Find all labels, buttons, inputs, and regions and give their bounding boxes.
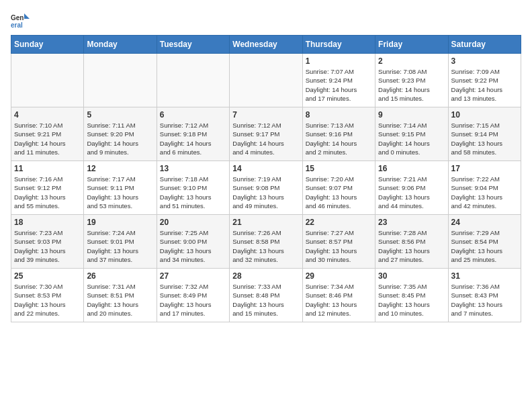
calendar-cell: 25Sunrise: 7:30 AM Sunset: 8:53 PM Dayli… [11,269,84,322]
day-info: Sunrise: 7:14 AM Sunset: 9:15 PM Dayligh… [378,121,445,156]
svg-text:eral: eral [11,21,23,29]
calendar-cell: 28Sunrise: 7:33 AM Sunset: 8:48 PM Dayli… [230,269,302,322]
day-info: Sunrise: 7:25 AM Sunset: 9:00 PM Dayligh… [160,228,226,264]
day-number: 12 [87,164,153,173]
calendar-cell: 26Sunrise: 7:31 AM Sunset: 8:51 PM Dayli… [84,269,157,322]
calendar-table: SundayMondayTuesdayWednesdayThursdayFrid… [11,35,521,322]
day-info: Sunrise: 7:29 AM Sunset: 8:54 PM Dayligh… [451,228,518,264]
day-info: Sunrise: 7:34 AM Sunset: 8:46 PM Dayligh… [306,282,372,318]
weekday-header-friday: Friday [375,36,448,54]
day-info: Sunrise: 7:36 AM Sunset: 8:43 PM Dayligh… [451,282,518,318]
day-info: Sunrise: 7:28 AM Sunset: 8:56 PM Dayligh… [378,228,445,264]
calendar-cell: 31Sunrise: 7:36 AM Sunset: 8:43 PM Dayli… [448,269,521,322]
calendar-cell: 24Sunrise: 7:29 AM Sunset: 8:54 PM Dayli… [448,215,521,269]
weekday-header-wednesday: Wednesday [230,36,302,54]
weekday-header-row: SundayMondayTuesdayWednesdayThursdayFrid… [11,36,521,54]
day-number: 9 [378,110,445,120]
day-info: Sunrise: 7:11 AM Sunset: 9:20 PM Dayligh… [87,121,153,156]
calendar-cell: 12Sunrise: 7:17 AM Sunset: 9:11 PM Dayli… [84,161,157,215]
weekday-header-saturday: Saturday [448,36,521,54]
day-info: Sunrise: 7:07 AM Sunset: 9:24 PM Dayligh… [306,67,372,103]
day-number: 1 [306,56,372,66]
day-info: Sunrise: 7:17 AM Sunset: 9:11 PM Dayligh… [87,175,153,210]
day-number: 30 [378,271,445,281]
day-number: 23 [378,218,445,227]
calendar-week-2: 4Sunrise: 7:10 AM Sunset: 9:21 PM Daylig… [11,107,521,161]
day-number: 31 [451,271,518,281]
calendar-body: 1Sunrise: 7:07 AM Sunset: 9:24 PM Daylig… [11,54,521,322]
calendar-cell [230,54,302,107]
logo: Gen eral [11,11,32,30]
day-info: Sunrise: 7:18 AM Sunset: 9:10 PM Dayligh… [160,175,226,210]
day-info: Sunrise: 7:33 AM Sunset: 8:48 PM Dayligh… [232,282,299,318]
calendar-cell: 8Sunrise: 7:13 AM Sunset: 9:16 PM Daylig… [302,107,375,161]
weekday-header-monday: Monday [84,36,157,54]
day-info: Sunrise: 7:27 AM Sunset: 8:57 PM Dayligh… [306,228,372,264]
day-info: Sunrise: 7:08 AM Sunset: 9:23 PM Dayligh… [378,67,445,103]
day-info: Sunrise: 7:12 AM Sunset: 9:18 PM Dayligh… [160,121,226,156]
day-number: 25 [14,271,81,281]
day-number: 20 [160,218,226,227]
day-number: 29 [306,271,372,281]
day-number: 8 [306,110,372,120]
calendar-cell: 30Sunrise: 7:35 AM Sunset: 8:45 PM Dayli… [375,269,448,322]
calendar-cell: 21Sunrise: 7:26 AM Sunset: 8:58 PM Dayli… [230,215,302,269]
day-info: Sunrise: 7:22 AM Sunset: 9:04 PM Dayligh… [451,175,518,210]
day-info: Sunrise: 7:31 AM Sunset: 8:51 PM Dayligh… [87,282,153,318]
calendar-cell [84,54,157,107]
day-number: 18 [14,218,81,227]
day-info: Sunrise: 7:10 AM Sunset: 9:21 PM Dayligh… [14,121,81,156]
day-info: Sunrise: 7:21 AM Sunset: 9:06 PM Dayligh… [378,175,445,210]
calendar-cell: 22Sunrise: 7:27 AM Sunset: 8:57 PM Dayli… [302,215,375,269]
day-info: Sunrise: 7:13 AM Sunset: 9:16 PM Dayligh… [306,121,372,156]
calendar-cell: 9Sunrise: 7:14 AM Sunset: 9:15 PM Daylig… [375,107,448,161]
weekday-header-sunday: Sunday [11,36,84,54]
day-number: 27 [160,271,226,281]
day-number: 11 [14,164,81,173]
calendar-cell: 17Sunrise: 7:22 AM Sunset: 9:04 PM Dayli… [448,161,521,215]
calendar-cell: 6Sunrise: 7:12 AM Sunset: 9:18 PM Daylig… [157,107,229,161]
day-number: 28 [232,271,299,281]
day-number: 13 [160,164,226,173]
day-number: 2 [378,56,445,66]
calendar-week-5: 25Sunrise: 7:30 AM Sunset: 8:53 PM Dayli… [11,269,521,322]
day-info: Sunrise: 7:19 AM Sunset: 9:08 PM Dayligh… [232,175,299,210]
day-info: Sunrise: 7:24 AM Sunset: 9:01 PM Dayligh… [87,228,153,264]
day-number: 26 [87,271,153,281]
calendar-cell: 3Sunrise: 7:09 AM Sunset: 9:22 PM Daylig… [448,54,521,107]
calendar-cell: 23Sunrise: 7:28 AM Sunset: 8:56 PM Dayli… [375,215,448,269]
day-info: Sunrise: 7:09 AM Sunset: 9:22 PM Dayligh… [451,67,518,103]
day-number: 10 [451,110,518,120]
day-number: 16 [378,164,445,173]
day-info: Sunrise: 7:30 AM Sunset: 8:53 PM Dayligh… [14,282,81,318]
calendar-cell: 5Sunrise: 7:11 AM Sunset: 9:20 PM Daylig… [84,107,157,161]
day-info: Sunrise: 7:15 AM Sunset: 9:14 PM Dayligh… [451,121,518,156]
day-number: 6 [160,110,226,120]
calendar-cell: 27Sunrise: 7:32 AM Sunset: 8:49 PM Dayli… [157,269,229,322]
day-info: Sunrise: 7:23 AM Sunset: 9:03 PM Dayligh… [14,228,81,264]
calendar-cell: 20Sunrise: 7:25 AM Sunset: 9:00 PM Dayli… [157,215,229,269]
calendar-cell: 13Sunrise: 7:18 AM Sunset: 9:10 PM Dayli… [157,161,229,215]
calendar-week-3: 11Sunrise: 7:16 AM Sunset: 9:12 PM Dayli… [11,161,521,215]
day-info: Sunrise: 7:12 AM Sunset: 9:17 PM Dayligh… [232,121,299,156]
calendar-cell: 2Sunrise: 7:08 AM Sunset: 9:23 PM Daylig… [375,54,448,107]
calendar-cell: 14Sunrise: 7:19 AM Sunset: 9:08 PM Dayli… [230,161,302,215]
calendar-cell: 19Sunrise: 7:24 AM Sunset: 9:01 PM Dayli… [84,215,157,269]
header: Gen eral [11,11,521,30]
day-number: 7 [232,110,299,120]
svg-text:Gen: Gen [11,14,24,21]
day-number: 4 [14,110,81,120]
calendar-week-1: 1Sunrise: 7:07 AM Sunset: 9:24 PM Daylig… [11,54,521,107]
day-number: 15 [306,164,372,173]
day-info: Sunrise: 7:35 AM Sunset: 8:45 PM Dayligh… [378,282,445,318]
day-number: 21 [232,218,299,227]
weekday-header-thursday: Thursday [302,36,375,54]
day-number: 5 [87,110,153,120]
calendar-cell [11,54,84,107]
calendar-week-4: 18Sunrise: 7:23 AM Sunset: 9:03 PM Dayli… [11,215,521,269]
calendar-cell: 15Sunrise: 7:20 AM Sunset: 9:07 PM Dayli… [302,161,375,215]
day-number: 22 [306,218,372,227]
day-info: Sunrise: 7:16 AM Sunset: 9:12 PM Dayligh… [14,175,81,210]
calendar-cell: 4Sunrise: 7:10 AM Sunset: 9:21 PM Daylig… [11,107,84,161]
svg-marker-2 [24,13,30,19]
